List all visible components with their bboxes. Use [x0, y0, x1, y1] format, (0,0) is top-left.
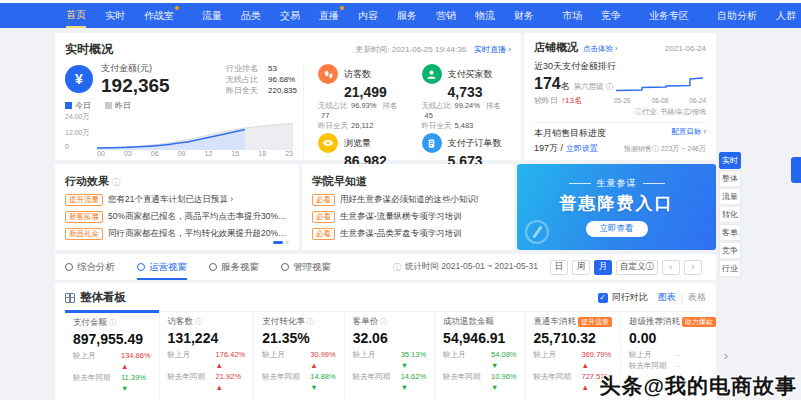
nav-item-competition[interactable]: 竞争: [601, 5, 621, 27]
metric-visitors[interactable]: 访客数 21,499 无线占比96.93%排名77 昨日全天26,112: [304, 62, 408, 131]
side-tab-competition[interactable]: 竞争: [719, 242, 741, 259]
side-tab-overall[interactable]: 整体: [719, 170, 741, 187]
yesterday-total-value: 220,835: [268, 85, 297, 96]
tab-comprehensive-analysis[interactable]: 综合分析: [65, 254, 115, 280]
peer-compare-label: 同行对比: [612, 291, 648, 304]
college-item[interactable]: 必看生意参谋-品类罗盘专项学习培训: [312, 228, 504, 240]
action-item[interactable]: 新客拓展50%商家都已报名，商品平均点击率提升30%，快速... ›: [65, 211, 289, 223]
mom-delta: 134.86% ▲: [121, 350, 151, 372]
goal-config-link[interactable]: 配置目标 ›: [671, 127, 706, 140]
yoy-delta: 14.62% ▼: [401, 371, 426, 393]
action-tag: 提升流量: [65, 194, 103, 206]
visitors-label: 访客数: [344, 68, 371, 81]
goal-set-link[interactable]: 立即设置: [566, 143, 598, 154]
period-day-button[interactable]: 日: [550, 260, 568, 275]
action-effects-card: 行动效果ⓘ 提升流量您有21个直通车计划已达日预算 › 新客拓展50%商家都已报…: [55, 164, 299, 250]
nav-item-finance[interactable]: 财务: [514, 5, 534, 27]
rank-x-tick: 05-26: [614, 97, 631, 104]
peer-compare-checkbox[interactable]: ✓: [598, 293, 608, 303]
divider: [534, 122, 706, 123]
nav-item-logistics[interactable]: 物流: [475, 5, 495, 27]
nav-item-home[interactable]: 首页: [66, 4, 86, 28]
board-title: 整体看板: [80, 290, 126, 305]
mom-delta: 176.42% ▲: [216, 349, 246, 371]
mom-delta: 369.79% ▲: [582, 349, 613, 371]
industry-note: ⓘ行业: 书籍/杂志/报纸: [614, 107, 706, 117]
college-news-card: 学院早知道 必看用好生意参谋必须知道的这些小知识! 必看生意参谋-流量纵横专项学…: [302, 164, 514, 250]
nav-item-content[interactable]: 内容: [358, 5, 378, 27]
eye-icon: [318, 133, 338, 153]
yesterday-swatch: [105, 102, 112, 109]
nav-item-market[interactable]: 市场: [562, 5, 582, 27]
side-tab-traffic[interactable]: 流量: [719, 188, 741, 205]
metric-pay-buyers[interactable]: 支付买家数 4,733 无线占比99.24%排名45 昨日全天5,483: [408, 62, 512, 131]
nav-item-selfanalysis[interactable]: 自助分析: [717, 5, 757, 27]
board-metric-refund[interactable]: 成功退款金额 54,946.91 较上月54.08% ▼ 较去年同期10.96%…: [434, 312, 524, 399]
realtime-live-link[interactable]: 实时直播 ›: [474, 44, 511, 55]
tab-service-view[interactable]: 服务视窗: [209, 254, 259, 280]
tab-icon: [137, 263, 145, 271]
carousel-dots[interactable]: [273, 241, 289, 244]
pay-buyers-value: 4,733: [448, 85, 508, 100]
floating-widget-tab[interactable]: [791, 157, 801, 183]
nav-item-bizzone[interactable]: 业务专区: [649, 5, 689, 27]
custom-range-button[interactable]: 自定义ⓘ: [616, 260, 658, 275]
goal-value: 197万 /: [534, 142, 563, 155]
pay-buyers-label: 支付买家数: [448, 68, 493, 81]
legend-yesterday[interactable]: 昨日: [105, 100, 131, 111]
tab-operation-view[interactable]: 运营视窗: [137, 254, 187, 280]
nav-item-realtime[interactable]: 实时: [105, 5, 125, 27]
chart-toggle[interactable]: 图表: [658, 291, 676, 304]
side-tab-realtime[interactable]: 实时: [719, 152, 741, 169]
rank-delta: 较昨日↑13名: [534, 95, 614, 106]
action-effects-title: 行动效果: [65, 175, 109, 187]
prev-page-button[interactable]: ‹: [662, 260, 680, 275]
visitors-value: 21,499: [344, 85, 404, 100]
tab-management-view[interactable]: 管理视窗: [281, 254, 331, 280]
nav-item-audience[interactable]: 人群: [776, 5, 796, 27]
info-icon: ⓘ: [195, 317, 203, 327]
nav-item-service[interactable]: 服务: [397, 5, 417, 27]
shop-try-link[interactable]: 点击体验 ›: [583, 44, 618, 54]
banner-view-button[interactable]: 立即查看: [586, 221, 648, 237]
info-icon: ⓘ: [307, 317, 315, 327]
side-tab-industry[interactable]: 行业: [719, 260, 741, 277]
nav-item-category[interactable]: 品类: [241, 5, 261, 27]
period-month-button[interactable]: 月: [594, 260, 612, 275]
nav-item-marketing[interactable]: 营销: [436, 5, 456, 27]
info-icon: ⓘ: [380, 317, 388, 327]
banner-brand: 生意参谋: [563, 177, 671, 190]
dot-inactive: [286, 241, 289, 244]
nav-item-live[interactable]: 直播: [319, 5, 339, 27]
next-page-button[interactable]: ›: [684, 260, 702, 275]
nav-item-warroom[interactable]: 作战室: [144, 5, 174, 27]
visitor-icon: [318, 64, 338, 84]
board-metric-pay-amount[interactable]: 支付金额ⓘ 897,955.49 较上月134.86% ▲ 较去年同期11.39…: [65, 310, 159, 399]
nav-item-trade[interactable]: 交易: [280, 5, 300, 27]
dashboard-screen: 首页 实时 作战室 流量 品类 交易 直播 内容 服务 营销 物流 财务 市场 …: [0, 0, 801, 400]
board-metric-avg-order[interactable]: 客单价ⓘ 32.06 较上月35.13% ▼ 较去年同期14.62% ▼: [344, 312, 434, 399]
period-week-button[interactable]: 周: [572, 260, 590, 275]
promo-banner[interactable]: 生意参谋 普惠降费入口 立即查看: [517, 164, 716, 250]
industry-rank-label: 行业排名: [226, 63, 268, 74]
college-item[interactable]: 必看生意参谋-流量纵横专项学习培训: [312, 211, 504, 223]
college-item[interactable]: 必看用好生意参谋必须知道的这些小知识!: [312, 194, 504, 206]
yoy-delta: -: [677, 360, 680, 371]
x-tick: 06: [151, 150, 159, 157]
board-metric-visitors[interactable]: 访客数ⓘ 131,224 较上月176.42% ▲ 较去年同期21.92% ▲: [159, 312, 254, 399]
rank-x-tick: 06-24: [689, 97, 706, 104]
board-metric-conversion[interactable]: 支付转化率ⓘ 21.35% 较上月30.99% ▲ 较去年同期14.88% ▼: [253, 312, 343, 399]
table-toggle[interactable]: 表格: [688, 291, 706, 304]
legend-today[interactable]: 今日: [65, 100, 91, 111]
mom-delta: 35.13% ▼: [401, 349, 426, 371]
stat-time-range: 统计时间 2021-05-01 ~ 2021-05-31: [405, 261, 538, 273]
side-tab-order[interactable]: 客单: [719, 224, 741, 241]
must-read-tag: 必看: [312, 194, 335, 206]
x-tick: 00: [97, 150, 105, 157]
side-tab-conversion[interactable]: 转化: [719, 206, 741, 223]
decor-line: [643, 183, 665, 184]
x-tick: 12: [205, 150, 213, 157]
action-item[interactable]: 提升流量您有21个直通车计划已达日预算 ›: [65, 194, 289, 206]
action-item[interactable]: 新品礼金同行商家都在报名，平均转化效果提升超20%，快速打... ›: [65, 228, 289, 240]
nav-item-traffic[interactable]: 流量: [202, 5, 222, 27]
